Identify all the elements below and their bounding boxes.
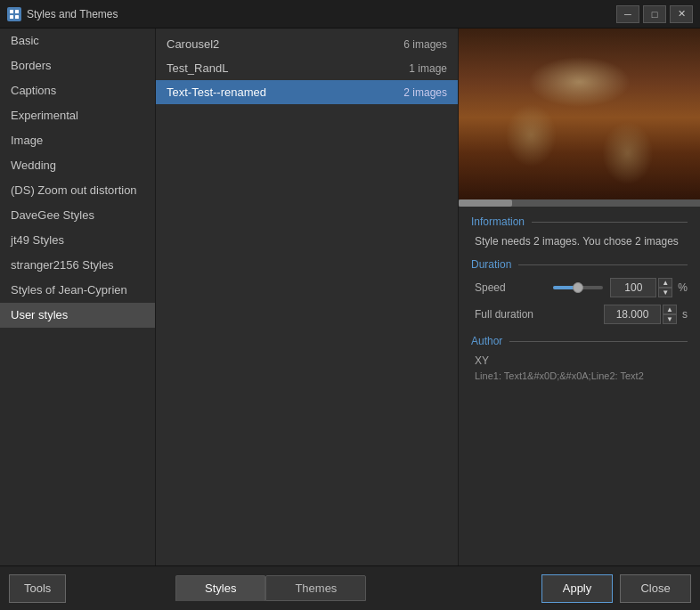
middle-panel: Carousel26 imagesTest_RandL1 imageText-T… <box>156 28 459 565</box>
preview-image <box>459 28 700 207</box>
style-row-text-test-renamed[interactable]: Text-Test--renamed2 images <box>156 80 458 104</box>
full-duration-row: Full duration ▲ ▼ s <box>475 305 688 324</box>
speed-spin-buttons: ▲ ▼ <box>658 278 672 297</box>
close-button[interactable]: Close <box>620 574 691 603</box>
style-row-test-randl[interactable]: Test_RandL1 image <box>156 56 458 80</box>
scrollbar-thumb[interactable] <box>459 199 512 207</box>
speed-decrement-button[interactable]: ▼ <box>658 288 672 297</box>
full-duration-spin-buttons: ▲ ▼ <box>663 305 677 324</box>
full-duration-increment-button[interactable]: ▲ <box>663 305 677 314</box>
tab-styles[interactable]: Styles <box>175 575 265 601</box>
tab-themes[interactable]: Themes <box>265 575 366 601</box>
bottom-left: Tools <box>9 574 165 603</box>
bottom-actions: Apply Close <box>541 574 691 603</box>
sidebar-item-davegee[interactable]: DaveGee Styles <box>0 203 155 228</box>
right-panel: Information Style needs 2 images. You ch… <box>459 28 700 565</box>
bottom-bar: Tools Styles Themes Apply Close <box>0 565 700 610</box>
speed-input[interactable] <box>610 278 656 297</box>
speed-slider-thumb[interactable] <box>573 282 583 293</box>
svg-rect-2 <box>10 15 13 19</box>
sidebar-item-ds-zoom[interactable]: (DS) Zoom out distortion <box>0 178 155 203</box>
style-count-test-randl: 1 image <box>409 62 447 75</box>
titlebar-controls: ─ □ ✕ <box>616 5 693 23</box>
svg-rect-3 <box>15 15 19 19</box>
author-header: Author <box>471 335 688 347</box>
sidebar-item-borders[interactable]: Borders <box>0 53 155 78</box>
svg-rect-1 <box>15 10 19 13</box>
app-icon <box>7 7 21 21</box>
speed-input-group: ▲ ▼ % <box>610 278 688 297</box>
preview-area <box>459 28 700 207</box>
author-description: Line1: Text1&#x0D;&#x0A;Line2: Text2 <box>471 370 688 381</box>
style-count-text-test-renamed: 2 images <box>403 86 447 99</box>
full-duration-input[interactable] <box>604 305 661 324</box>
speed-unit: % <box>678 281 688 294</box>
full-duration-unit: s <box>682 308 688 321</box>
info-panel: Information Style needs 2 images. You ch… <box>459 207 700 565</box>
full-duration-label: Full duration <box>475 308 546 321</box>
sidebar-item-image[interactable]: Image <box>0 128 155 153</box>
speed-slider-track[interactable] <box>553 286 603 289</box>
info-text: Style needs 2 images. You chose 2 images <box>475 235 688 248</box>
author-section: XY Line1: Text1&#x0D;&#x0A;Line2: Text2 <box>471 354 688 381</box>
titlebar-title: Styles and Themes <box>27 8 616 20</box>
scrollbar[interactable] <box>459 199 700 207</box>
duration-content: Speed ▲ ▼ % <box>471 278 688 324</box>
information-header: Information <box>471 216 688 228</box>
sidebar: BasicBordersCaptionsExperimentalImageWed… <box>0 28 156 565</box>
sidebar-item-jean-cyprien[interactable]: Styles of Jean-Cyprien <box>0 278 155 303</box>
speed-increment-button[interactable]: ▲ <box>658 278 672 288</box>
close-window-button[interactable]: ✕ <box>670 5 693 23</box>
author-name: XY <box>471 354 688 367</box>
speed-slider-container <box>553 286 603 289</box>
sidebar-item-basic[interactable]: Basic <box>0 28 155 53</box>
tools-button[interactable]: Tools <box>9 574 66 603</box>
apply-button[interactable]: Apply <box>541 574 613 603</box>
style-count-carousel2: 6 images <box>403 38 447 51</box>
style-name-text-test-renamed: Text-Test--renamed <box>167 85 266 99</box>
sidebar-item-experimental[interactable]: Experimental <box>0 103 155 128</box>
main-container: BasicBordersCaptionsExperimentalImageWed… <box>0 28 700 565</box>
titlebar: Styles and Themes ─ □ ✕ <box>0 0 700 28</box>
style-name-test-randl: Test_RandL <box>167 61 228 75</box>
sidebar-item-user-styles[interactable]: User styles <box>0 303 155 328</box>
sidebar-item-captions[interactable]: Captions <box>0 78 155 103</box>
full-duration-decrement-button[interactable]: ▼ <box>663 314 677 324</box>
speed-row: Speed ▲ ▼ % <box>475 278 688 297</box>
style-row-carousel2[interactable]: Carousel26 images <box>156 32 458 56</box>
sidebar-item-wedding[interactable]: Wedding <box>0 153 155 178</box>
speed-label: Speed <box>475 281 546 294</box>
information-content: Style needs 2 images. You chose 2 images <box>471 235 688 248</box>
full-duration-input-group: ▲ ▼ s <box>604 305 688 324</box>
duration-header: Duration <box>471 258 688 271</box>
bottom-tabs: Styles Themes <box>165 575 541 601</box>
maximize-button[interactable]: □ <box>643 5 666 23</box>
svg-rect-0 <box>10 10 13 13</box>
sidebar-item-jt49[interactable]: jt49 Styles <box>0 228 155 253</box>
style-name-carousel2: Carousel2 <box>167 37 219 51</box>
minimize-button[interactable]: ─ <box>616 5 639 23</box>
style-list: Carousel26 imagesTest_RandL1 imageText-T… <box>156 28 458 565</box>
sidebar-item-stranger[interactable]: stranger2156 Styles <box>0 253 155 278</box>
